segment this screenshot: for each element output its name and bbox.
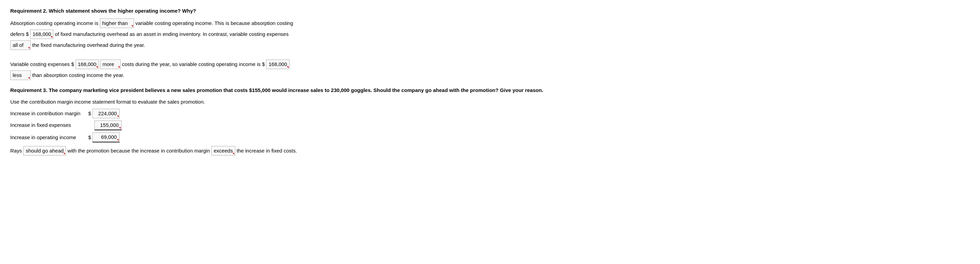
req3-row2: Increase in fixed expenses 155,000 [10, 120, 970, 130]
req2-line2: defers $ 168,000 of fixed manufacturing … [10, 29, 970, 39]
last-line-part3: the increase in fixed costs. [237, 147, 297, 155]
requirement-3-title: Requirement 3. The company marketing vic… [10, 86, 970, 94]
defers-value-box[interactable]: 168,000 [30, 29, 53, 39]
last-line-part2: with the promotion because the increase … [67, 147, 210, 155]
req2-line1: Absorption costing operating income is h… [10, 19, 970, 28]
income-value-box[interactable]: 168,000 [266, 59, 289, 69]
exceeds-box[interactable]: exceeds [211, 146, 235, 156]
line2-part2: of fixed manufacturing overhead as an as… [55, 30, 288, 38]
req3-use-line: Use the contribution margin income state… [10, 98, 970, 106]
line4-part1: Variable costing expenses $ [10, 60, 74, 68]
row3-dollar: $ [88, 134, 91, 142]
req3-row1: Increase in contribution margin $ 224,00… [10, 109, 970, 118]
line4-part2: costs during the year, so variable costi… [122, 60, 265, 68]
row1-value-group: $ 224,000 [88, 109, 120, 118]
more-box[interactable]: more [100, 59, 121, 69]
less-box[interactable]: less [10, 70, 31, 80]
line3-part2: the fixed manufacturing overhead during … [32, 41, 145, 49]
row3-label: Increase in operating income [10, 134, 86, 142]
row3-value-group: $ 69,000 [88, 132, 120, 143]
req3-title-rest: The company marketing vice president bel… [47, 87, 543, 93]
should-go-ahead-box[interactable]: should go ahead [23, 146, 66, 156]
req2-bold: Requirement 2. [10, 8, 47, 14]
row1-dollar: $ [88, 110, 91, 118]
line2-part1: defers $ [10, 30, 29, 38]
row1-value-box[interactable]: 224,000 [92, 109, 120, 118]
higher-than-box[interactable]: higher than [100, 19, 134, 28]
expenses-value-box[interactable]: 168,000 [76, 59, 99, 69]
requirement-2-title: Requirement 2. Which statement shows the… [10, 7, 970, 15]
req2-content: Absorption costing operating income is h… [10, 19, 970, 80]
req3-row3: Increase in operating income $ 69,000 [10, 132, 970, 143]
row3-value-box[interactable]: 69,000 [92, 132, 120, 143]
row1-label: Increase in contribution margin [10, 110, 86, 118]
line1-part1: Absorption costing operating income is [10, 19, 99, 27]
req2-line5: less than absorption costing income the … [10, 70, 970, 80]
requirement-2-section: Requirement 2. Which statement shows the… [10, 7, 970, 80]
line1-part2: variable costing operating income. This … [135, 19, 293, 27]
line5-part2: than absorption costing income the year. [32, 71, 124, 80]
req2-line4: Variable costing expenses $ 168,000 more… [10, 59, 970, 69]
req3-last-line: Rays should go ahead with the promotion … [10, 146, 970, 156]
req3-bold: Requirement 3. [10, 87, 47, 93]
all-of-box[interactable]: all of [10, 40, 31, 50]
use-line-text: Use the contribution margin income state… [10, 99, 205, 105]
row2-label: Increase in fixed expenses [10, 121, 86, 129]
last-line-part1: Rays [10, 147, 22, 155]
req2-line3: all of the fixed manufacturing overhead … [10, 40, 970, 50]
row2-value-group: 155,000 [88, 120, 122, 130]
req2-title-rest: Which statement shows the higher operati… [47, 8, 196, 14]
row2-value-box[interactable]: 155,000 [94, 120, 122, 130]
requirement-3-section: Requirement 3. The company marketing vic… [10, 86, 970, 156]
